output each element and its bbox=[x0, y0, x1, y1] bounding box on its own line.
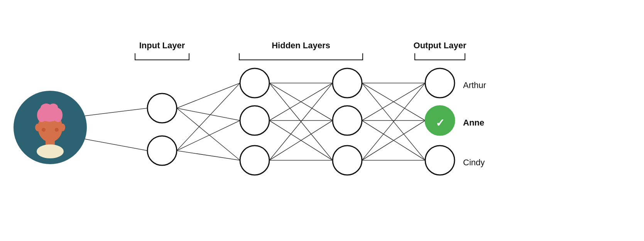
svg-line-14 bbox=[177, 83, 240, 108]
output-label-arthur: Arthur bbox=[463, 80, 486, 90]
hidden1-node-1 bbox=[240, 68, 269, 98]
svg-point-7 bbox=[35, 124, 41, 131]
output-label-anne: Anne bbox=[463, 118, 484, 127]
input-layer-label: Input Layer bbox=[139, 41, 185, 50]
output-node-arthur bbox=[425, 68, 455, 98]
hidden-layers-label: Hidden Layers bbox=[272, 41, 330, 50]
output-layer-label: Output Layer bbox=[414, 41, 467, 50]
hidden-layers-bracket bbox=[239, 53, 363, 60]
checkmark-anne: ✓ bbox=[436, 117, 445, 129]
hidden1-node-2 bbox=[240, 106, 269, 135]
input-layer-bracket bbox=[135, 53, 189, 60]
svg-point-12 bbox=[37, 144, 64, 158]
svg-point-6 bbox=[49, 104, 58, 111]
hidden2-node-2 bbox=[333, 106, 362, 135]
hidden2-node-3 bbox=[333, 146, 362, 175]
svg-line-15 bbox=[177, 108, 240, 120]
svg-point-9 bbox=[42, 128, 46, 132]
input-node-1 bbox=[147, 93, 177, 123]
svg-point-8 bbox=[60, 124, 65, 131]
avatar bbox=[14, 91, 87, 164]
svg-line-21 bbox=[85, 139, 147, 151]
svg-point-10 bbox=[55, 128, 59, 132]
hidden1-node-3 bbox=[240, 146, 269, 175]
svg-line-18 bbox=[177, 120, 240, 151]
input-node-2 bbox=[147, 136, 177, 165]
hidden2-node-1 bbox=[333, 68, 362, 98]
output-label-cindy: Cindy bbox=[463, 158, 485, 167]
svg-line-17 bbox=[177, 83, 240, 151]
svg-line-16 bbox=[177, 108, 240, 160]
svg-line-19 bbox=[177, 151, 240, 160]
svg-line-20 bbox=[85, 108, 147, 116]
output-node-cindy bbox=[425, 146, 455, 175]
neural-network-diagram: ✓ Arthur Anne Cindy Input Layer Hidden L… bbox=[0, 0, 644, 241]
output-layer-bracket bbox=[415, 53, 465, 60]
